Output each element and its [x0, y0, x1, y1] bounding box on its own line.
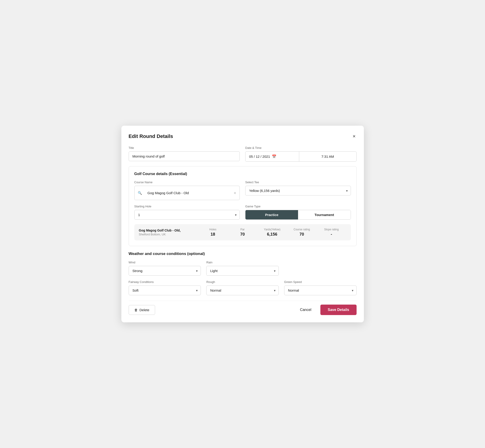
wind-dropdown[interactable]: Strong	[129, 266, 201, 276]
fairway-label: Fairway Conditions	[129, 280, 201, 284]
course-name-search[interactable]: 🔍 ✕	[134, 186, 240, 200]
weather-title: Weather and course conditions (optional)	[129, 252, 356, 256]
green-speed-select-wrap: Normal	[284, 286, 356, 295]
datetime-label: Date & Time	[245, 146, 356, 150]
holes-label: Holes	[198, 228, 228, 231]
green-speed-dropdown[interactable]: Normal	[284, 286, 356, 295]
close-button[interactable]: ×	[352, 133, 356, 140]
rain-dropdown[interactable]: Light	[206, 266, 279, 276]
holes-value: 18	[198, 232, 228, 237]
clear-icon[interactable]: ✕	[234, 191, 236, 195]
wind-group: Wind Strong	[129, 261, 201, 276]
edit-round-modal: Edit Round Details × Title Date & Time 0…	[121, 126, 364, 322]
fairway-rough-green-row: Fairway Conditions Soft Rough Normal Gre…	[129, 280, 356, 295]
yards-value: 6,156	[257, 232, 287, 237]
holes-stat: Holes 18	[198, 228, 228, 237]
modal-title: Edit Round Details	[129, 133, 173, 139]
wind-label: Wind	[129, 261, 201, 264]
rain-label: Rain	[206, 261, 279, 264]
course-rating-label: Course rating	[287, 228, 316, 231]
course-tee-row: Course Name 🔍 ✕ Select Tee Yellow (6,156…	[134, 181, 351, 200]
green-speed-label: Green Speed	[284, 280, 356, 284]
save-button[interactable]: Save Details	[320, 304, 356, 315]
footer-right: Cancel Save Details	[296, 304, 356, 315]
select-tee-wrap: Yellow (6,156 yards)	[245, 186, 351, 196]
game-type-toggle: Practice Tournament	[245, 210, 351, 220]
title-input[interactable]	[129, 151, 240, 161]
calendar-icon: 📅	[272, 154, 276, 159]
select-tee-group: Select Tee Yellow (6,156 yards)	[245, 181, 351, 196]
starting-hole-group: Starting Hole 1	[134, 205, 240, 220]
par-stat: Par 70	[228, 228, 257, 237]
course-info-name-group: Gog Magog Golf Club - Old, Shelford Bott…	[139, 229, 198, 236]
wind-rain-row: Wind Strong Rain Light	[129, 261, 356, 276]
yards-label: Yards(Yellow)	[257, 228, 287, 231]
course-info-row: Gog Magog Golf Club - Old, Shelford Bott…	[134, 224, 351, 240]
delete-label: Delete	[140, 308, 149, 312]
golf-course-title: Golf Course details (Essential)	[134, 172, 351, 176]
starting-hole-label: Starting Hole	[134, 205, 240, 208]
modal-header: Edit Round Details ×	[129, 133, 356, 140]
course-rating-value: 70	[287, 232, 316, 237]
starting-hole-dropdown[interactable]: 1	[134, 210, 240, 220]
rough-group: Rough Normal	[206, 280, 279, 295]
date-value: 05 / 12 / 2021	[249, 155, 270, 159]
course-info-location: Shelford Bottom, UK	[139, 233, 198, 236]
rough-select-wrap: Normal	[206, 286, 279, 295]
rough-dropdown[interactable]: Normal	[206, 286, 279, 295]
footer-row: 🗑 Delete Cancel Save Details	[129, 301, 356, 315]
rough-label: Rough	[206, 280, 279, 284]
rain-select-wrap: Light	[206, 266, 279, 276]
select-tee-label: Select Tee	[245, 181, 351, 184]
fairway-group: Fairway Conditions Soft	[129, 280, 201, 295]
slope-rating-stat: Slope rating -	[316, 228, 346, 237]
hole-gametype-row: Starting Hole 1 Game Type Practice Tourn…	[134, 205, 351, 220]
course-name-label: Course Name	[134, 181, 240, 184]
course-rating-stat: Course rating 70	[287, 228, 316, 237]
time-value: 7:31 AM	[322, 155, 334, 159]
practice-button[interactable]: Practice	[245, 210, 298, 219]
fairway-dropdown[interactable]: Soft	[129, 286, 201, 295]
course-info-name: Gog Magog Golf Club - Old,	[139, 229, 198, 232]
starting-hole-wrap: 1	[134, 210, 240, 220]
yards-stat: Yards(Yellow) 6,156	[257, 228, 287, 237]
slope-rating-value: -	[316, 232, 346, 237]
search-icon: 🔍	[138, 191, 142, 195]
course-name-group: Course Name 🔍 ✕	[134, 181, 240, 200]
delete-button[interactable]: 🗑 Delete	[129, 305, 155, 315]
date-time-container: 05 / 12 / 2021 📅 7:31 AM	[245, 151, 356, 162]
title-group: Title	[129, 146, 240, 161]
slope-rating-label: Slope rating	[316, 228, 346, 231]
datetime-group: Date & Time 05 / 12 / 2021 📅 7:31 AM	[245, 146, 356, 162]
course-name-input[interactable]	[144, 188, 234, 198]
fairway-select-wrap: Soft	[129, 286, 201, 295]
trash-icon: 🗑	[134, 308, 138, 312]
rain-group: Rain Light	[206, 261, 279, 276]
weather-section: Weather and course conditions (optional)…	[129, 252, 356, 295]
title-datetime-row: Title Date & Time 05 / 12 / 2021 📅 7:31 …	[129, 146, 356, 162]
golf-course-section: Golf Course details (Essential) Course N…	[129, 166, 356, 246]
par-value: 70	[228, 232, 257, 237]
tournament-button[interactable]: Tournament	[298, 210, 351, 219]
par-label: Par	[228, 228, 257, 231]
date-part[interactable]: 05 / 12 / 2021 📅	[245, 152, 299, 161]
title-label: Title	[129, 146, 240, 150]
game-type-group: Game Type Practice Tournament	[245, 205, 351, 220]
cancel-button[interactable]: Cancel	[296, 305, 315, 315]
wind-select-wrap: Strong	[129, 266, 201, 276]
time-part[interactable]: 7:31 AM	[299, 152, 356, 161]
select-tee-dropdown[interactable]: Yellow (6,156 yards)	[245, 186, 351, 196]
game-type-label: Game Type	[245, 205, 351, 208]
green-speed-group: Green Speed Normal	[284, 280, 356, 295]
